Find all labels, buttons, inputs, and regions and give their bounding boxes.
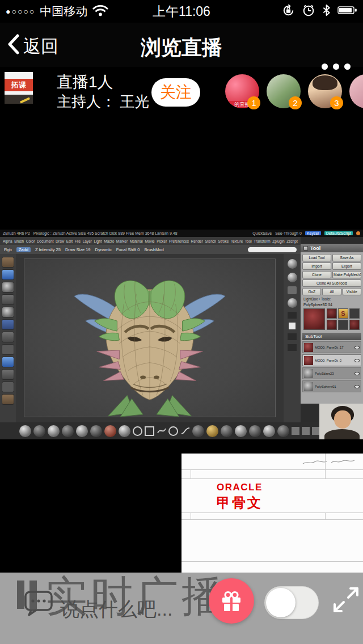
stroke-dot-icon <box>168 426 178 436</box>
handwriting-squiggle <box>302 456 356 468</box>
person-face-shape <box>334 410 351 429</box>
material-icon <box>2 307 14 317</box>
palette-top-strip <box>301 237 363 244</box>
tool-thumb <box>327 308 337 319</box>
fullscreen-arrows-icon[interactable] <box>331 585 361 617</box>
viewer-avatar[interactable]: 2 <box>267 74 301 108</box>
table-line <box>182 512 363 513</box>
bluetooth-icon <box>322 3 331 19</box>
curve-icon <box>180 426 190 436</box>
material-thumb <box>192 425 204 437</box>
chat-input[interactable]: 说点什么吧... <box>60 596 172 622</box>
rank-badge: 3 <box>330 96 343 109</box>
subtool-row-selected: MOD0_PaneDt_0 <box>302 354 361 366</box>
broadcaster-logo-footer <box>5 95 33 104</box>
carrier-label: 中国移动 <box>40 3 87 19</box>
oracle-logo: ORACLE 甲骨文 <box>217 482 263 512</box>
toggle-knob <box>266 588 296 617</box>
signal-strength-icon: ●○○○○ <box>6 7 35 16</box>
live-video-zbrush[interactable]: ZBrush 4R6 P2 Pixologic : ZBrush Active … <box>0 230 363 439</box>
zbrush-canvas <box>16 254 284 422</box>
material-thumb <box>235 425 247 437</box>
alpha-square-icon <box>145 426 154 436</box>
orientation-lock-icon <box>281 3 296 20</box>
menu-item: Macro <box>104 239 114 243</box>
menu-item: Texture <box>231 239 243 243</box>
zadd-toggle: Zadd <box>16 247 31 252</box>
matcap-thumb <box>90 425 102 437</box>
person-body-shape <box>324 429 360 439</box>
menu-item: Zscript <box>286 239 298 243</box>
broadcaster-logo: 拓课 <box>5 72 33 104</box>
toggle-switch[interactable] <box>264 586 319 619</box>
zbrush-document <box>24 259 276 417</box>
zbrush-top-shelf: Rgb Zadd Z Intensity 25 Draw Size 19 Dyn… <box>0 245 301 254</box>
menu-item: Render <box>191 239 203 243</box>
viewer-avatar[interactable]: 3 <box>308 74 342 108</box>
gift-button[interactable] <box>209 578 254 624</box>
zbrush-titlebar: ZBrush 4R6 P2 Pixologic : ZBrush Active … <box>0 230 363 237</box>
scale-icon <box>2 394 14 405</box>
viewer-avatar[interactable] <box>349 74 363 108</box>
live-count-label: 直播1人 <box>57 71 113 93</box>
gift-icon <box>219 588 244 613</box>
subtool-row: MOD0_PaneDt_17 <box>302 341 361 353</box>
save-as-button: Save As <box>332 254 361 261</box>
subtool-row: PolySphere01 <box>302 380 361 392</box>
whiteboard-document-panel[interactable]: ORACLE 甲骨文 <box>182 454 363 574</box>
menu-item: Stroke <box>218 239 229 243</box>
matcap-sphere-icon <box>288 298 297 308</box>
status-left: ●○○○○ 中国移动 <box>6 3 109 19</box>
subtool-thumb <box>304 356 313 365</box>
recent-tool-thumbs: S <box>327 308 360 330</box>
menu-item: Layer <box>83 239 92 243</box>
tool-palette-header: Tool <box>301 244 363 252</box>
brushmod-label: BrushMod <box>144 247 163 252</box>
load-tool-button: Load Tool <box>302 254 331 261</box>
menu-item: Tool <box>245 239 252 243</box>
matcap-thumb <box>119 425 130 437</box>
goz-button: GoZ <box>302 288 321 295</box>
gradient-icon <box>2 332 14 342</box>
matcap-sphere-icon <box>288 273 297 282</box>
color-swatch-icon <box>2 319 14 330</box>
host-webcam-pip <box>319 404 363 439</box>
menu-item: Alpha <box>3 239 12 243</box>
menu-item: Document <box>37 239 54 243</box>
record-dot-icon <box>356 231 360 235</box>
rank-badge: 1 <box>247 96 260 109</box>
follow-button[interactable]: 关注 <box>151 78 200 107</box>
zbrush-seethrough: See-Through 0 <box>275 231 302 235</box>
subtool-thumb <box>304 369 313 378</box>
matcap-thumb <box>19 425 31 437</box>
dragon-model <box>24 259 275 417</box>
viewer-avatar[interactable]: 的直播 1 <box>225 74 259 108</box>
texture-slot-icon <box>292 427 299 435</box>
menu-item: Movie <box>145 239 154 243</box>
menu-item: Brush <box>14 239 24 243</box>
material-thumb <box>277 425 289 437</box>
slider-icon <box>288 333 297 340</box>
more-ellipsis-icon[interactable] <box>322 63 351 70</box>
stroke-dot-icon <box>133 426 142 436</box>
matcap-thumb <box>104 425 116 437</box>
matcap-thumb <box>33 425 45 437</box>
lasso-icon <box>157 426 166 436</box>
current-tool-thumb <box>303 308 325 330</box>
zbrush-quicksave: QuickSave <box>252 231 272 235</box>
oracle-wordmark: ORACLE <box>217 482 263 493</box>
menu-item: Stencil <box>205 239 216 243</box>
stroke-icon <box>2 269 14 280</box>
tool-thumb <box>327 320 337 330</box>
current-tool-name: PolySphere3D 54 <box>302 303 361 307</box>
visible-button: Visible <box>343 288 361 295</box>
broadcaster-logo-text: 拓课 <box>5 79 33 91</box>
table-line <box>182 478 363 479</box>
menu-item: Transform <box>254 239 270 243</box>
battery-icon <box>337 6 357 17</box>
menu-item: Edit <box>66 239 73 243</box>
page-title: 浏览直播 <box>0 34 363 62</box>
matcap-sphere-icon <box>288 259 297 269</box>
texture-slot-icon <box>312 427 320 435</box>
rank-badge: 2 <box>289 96 302 109</box>
